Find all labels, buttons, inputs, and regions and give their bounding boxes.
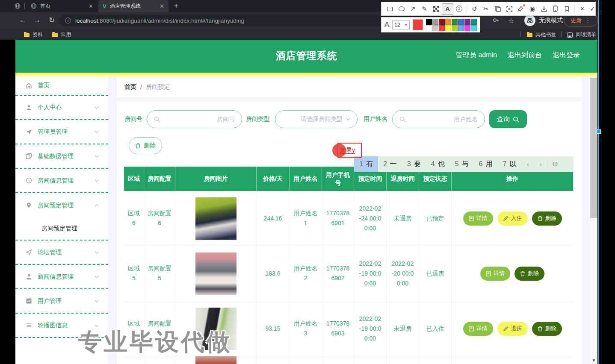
current-color-swatch[interactable] (413, 19, 423, 30)
capture-resize-handle[interactable] (597, 129, 601, 134)
search-icon (399, 116, 405, 122)
capture-done-button[interactable]: ✓ 完成 (588, 1, 604, 17)
delete-button[interactable]: 删除 (514, 267, 544, 281)
copy-tool-icon[interactable] (492, 3, 503, 15)
palette-swatch[interactable] (445, 25, 451, 31)
sidebar-item-label: 论坛管理 (38, 249, 89, 256)
sidebar-item-room-info[interactable]: 房间信息管理 (15, 169, 108, 193)
tab-home[interactable]: 首页 ✕ (27, 0, 98, 12)
user-name-label: 用户姓名 (364, 115, 387, 123)
palette-swatch[interactable] (471, 19, 477, 25)
ime-prev-icon[interactable]: ‹ (521, 161, 534, 167)
palette-swatch[interactable] (439, 25, 445, 31)
detail-button[interactable]: 详情 (463, 211, 493, 226)
scrollbar-down-arrow[interactable]: ▼ (590, 357, 597, 364)
ime-next-icon[interactable]: › (534, 161, 547, 167)
other-bookmarks-button[interactable]: 其他书签 (527, 31, 556, 38)
sidebar-subitem-room-booking-management[interactable]: 房间预定管理 (15, 217, 108, 241)
new-tab-button[interactable]: + (172, 2, 180, 10)
ime-candidate[interactable]: 7以 (497, 156, 521, 172)
forward-icon[interactable]: → (33, 16, 42, 24)
user-name-input[interactable] (409, 116, 478, 123)
bookmark-star-icon[interactable]: ☆ (508, 17, 514, 25)
font-size-select[interactable]: 12 ▼ (392, 20, 410, 29)
sidebar-item-forum-management[interactable]: 论坛管理 (15, 241, 108, 265)
bookmark-folder-ziliao[interactable]: 资料 (24, 31, 43, 38)
sidebar-item-room-booking[interactable]: 房间预定管理 (15, 193, 108, 217)
browser-menu-icon[interactable]: ⋮ (585, 17, 591, 23)
ime-candidate[interactable]: 3要 (402, 156, 426, 172)
room-type-select[interactable]: 请选择房间类型 (275, 110, 358, 128)
sidebar-item-label: 个人中心 (38, 104, 89, 112)
palette-swatch[interactable] (471, 25, 477, 31)
breadcrumb-home[interactable]: 首页 (124, 83, 136, 91)
exit-to-front-link[interactable]: 退出到前台 (508, 51, 542, 60)
cell-area: 区域 6 (124, 191, 144, 246)
bookmark-folder-changyong[interactable]: 常用 (52, 31, 71, 38)
undo-icon[interactable]: ↺ (469, 3, 480, 15)
record-tool-icon[interactable]: ◉ (526, 3, 538, 15)
tab-hotel-system[interactable]: V 酒店管理系统 ✕ (98, 0, 169, 12)
ime-candidate[interactable]: 6用 (474, 156, 498, 172)
delete-button[interactable]: 删除 (532, 322, 562, 336)
close-capture-icon[interactable]: × (577, 3, 588, 15)
sidebar-item-news-management[interactable]: 新闻信息管理 (15, 265, 108, 289)
check-in-button[interactable]: 入住 (497, 211, 528, 226)
ime-candidate[interactable]: 4也 (426, 156, 450, 172)
mosaic-tool-icon[interactable] (430, 3, 442, 15)
reload-icon[interactable]: ↻ (47, 16, 56, 25)
palette-swatch[interactable] (432, 25, 438, 31)
palette-swatch[interactable] (464, 25, 470, 31)
tab-close-icon[interactable]: ✕ (89, 3, 93, 9)
detail-button[interactable]: 详情 (463, 322, 493, 336)
step-number-tool-icon[interactable]: 1 (453, 3, 465, 15)
palette-swatch[interactable] (426, 25, 432, 31)
arrow-tool-icon[interactable]: ↗ (407, 3, 419, 15)
ellipse-tool-icon[interactable] (396, 3, 407, 15)
bulk-delete-button[interactable]: 删除 (129, 137, 162, 154)
browser-globe-icon[interactable] (15, 3, 21, 9)
resize-tool-icon[interactable] (503, 3, 515, 15)
sidebar-item-admin-management[interactable]: 管理员管理 (15, 120, 108, 144)
palette-swatch[interactable] (439, 19, 445, 25)
sidebar-item-home[interactable]: 首页 (15, 76, 108, 96)
crop-tool-icon[interactable]: ✂ (480, 3, 492, 15)
room-photo (195, 252, 237, 295)
palette-swatch[interactable] (452, 25, 458, 31)
detail-button[interactable]: 详情 (480, 267, 510, 281)
palette-swatch[interactable] (464, 19, 470, 25)
palette-swatch[interactable] (432, 19, 438, 25)
search-button[interactable]: 查询 (489, 110, 527, 128)
ime-emoji-icon[interactable]: ☺ (547, 159, 562, 169)
palette-swatch[interactable] (452, 19, 458, 25)
ime-candidate[interactable]: 2一 (378, 156, 402, 172)
tab-close-icon[interactable]: ✕ (160, 3, 164, 9)
sidebar-item-basic-data[interactable]: 基础数据管理 (15, 144, 108, 169)
logout-link[interactable]: 退出登录 (553, 51, 580, 60)
sidebar-item-user-management[interactable]: 用户管理 (15, 289, 108, 314)
check-out-button[interactable]: 退房 (497, 322, 528, 336)
pen-tool-icon[interactable]: ✎ (419, 3, 430, 15)
reading-list-button[interactable]: 阅读清单 (567, 31, 596, 38)
chevron-down-icon (346, 118, 350, 120)
bookmark-tool-icon[interactable] (561, 3, 573, 15)
scrollbar-thumb[interactable] (590, 78, 597, 218)
palette-swatch[interactable] (458, 19, 464, 25)
download-icon[interactable] (538, 3, 550, 15)
palette-swatch[interactable] (426, 19, 432, 25)
phone-tool-icon[interactable] (550, 3, 561, 15)
palette-swatch[interactable] (445, 19, 451, 25)
palette-swatch[interactable] (458, 25, 464, 31)
pin-tool-icon[interactable] (515, 3, 526, 15)
url-text: localhost:8080/jiudianguanli/admin/dist/… (75, 18, 244, 24)
rect-tool-icon[interactable] (384, 3, 396, 15)
text-tool-icon[interactable]: A (442, 3, 453, 15)
sidebar-item-personal-center[interactable]: 个人中心 (15, 96, 108, 120)
site-info-icon[interactable]: i (65, 18, 71, 23)
ime-candidate[interactable]: 1有 (354, 156, 378, 172)
delete-button[interactable]: 删除 (532, 211, 562, 226)
room-no-input[interactable] (163, 116, 235, 123)
password-key-icon[interactable] (493, 17, 500, 23)
ime-candidate[interactable]: 5与 (450, 156, 474, 172)
back-icon[interactable]: ← (18, 16, 27, 24)
